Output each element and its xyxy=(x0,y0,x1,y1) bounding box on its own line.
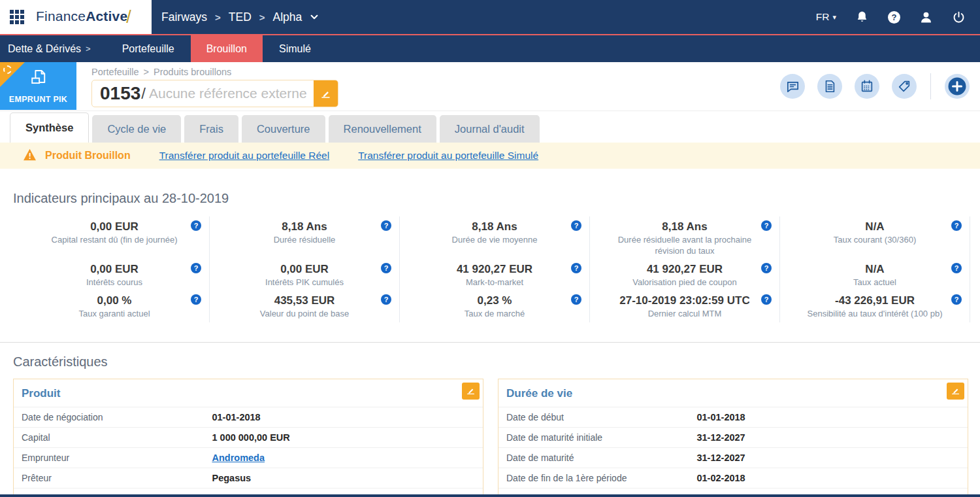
breadcrumb-separator: > xyxy=(144,67,149,77)
header-actions xyxy=(780,73,970,99)
nav-brouillon[interactable]: Brouillon xyxy=(191,35,263,62)
page-header: EMPRUNT PIK Portefeuille > Produits brou… xyxy=(0,62,980,111)
indicator-taux-courant: N/A Taux courant (30/360) ? xyxy=(780,216,970,260)
language-selector[interactable]: FR▾ xyxy=(816,11,836,23)
transfer-simulated-link[interactable]: Transférer produit au portefeuille Simul… xyxy=(358,150,538,162)
product-id: 0153 xyxy=(100,83,140,104)
help-icon[interactable]: ? xyxy=(191,220,201,231)
characteristic-row: Date de maturité 31-12-2027 xyxy=(498,447,968,468)
chevron-down-icon[interactable] xyxy=(310,12,319,22)
indicator-valeur-point-base: 435,53 EUR Valeur du point de base ? xyxy=(210,291,400,322)
help-icon[interactable]: ? xyxy=(381,294,391,305)
characteristic-row: Date de négociation 01-01-2018 xyxy=(14,407,483,427)
caret-down-icon: ▾ xyxy=(832,13,836,22)
power-icon[interactable] xyxy=(952,10,966,24)
indicator-taux-marche: 0,23 % Taux de marché ? xyxy=(400,291,590,322)
add-button[interactable] xyxy=(945,74,970,99)
transfer-real-link[interactable]: Transférer produit au portefeuille Réel xyxy=(159,150,329,162)
tab-journal-audit[interactable]: Journal d'audit xyxy=(440,115,540,143)
nav-dette-derives[interactable]: Dette & Dérivés> xyxy=(0,35,102,62)
nav-simule[interactable]: Simulé xyxy=(268,35,322,62)
draft-warning-bar: Produit Brouillon Transférer produit au … xyxy=(0,143,980,169)
tab-cycle-de-vie[interactable]: Cycle de vie xyxy=(92,115,181,143)
indicator-valorisation-pied-coupon: 41 920,27 EUR Valorisation pied de coupo… xyxy=(590,260,780,291)
borrower-link[interactable]: Andromeda xyxy=(212,453,265,463)
indicator-row: 0,00 EUR Intérêts courus ? 0,00 EUR Inté… xyxy=(20,260,970,291)
characteristics-panels: Produit Date de négociation 01-01-2018 C… xyxy=(13,379,968,497)
product-type-badge: EMPRUNT PIK xyxy=(0,62,76,110)
help-icon[interactable]: ? xyxy=(571,294,581,305)
tab-synthese[interactable]: Synthèse xyxy=(10,112,89,143)
help-icon[interactable]: ? xyxy=(191,263,201,273)
external-reference-placeholder: Aucune référence externe xyxy=(149,86,307,101)
warning-icon xyxy=(23,148,37,163)
indicator-sensibilite-taux: -43 226,91 EUR Sensibilité au taux d'int… xyxy=(780,291,970,322)
breadcrumb: Fairways > TED > Alpha xyxy=(161,0,319,34)
edit-lifetime-button[interactable] xyxy=(947,383,964,400)
tab-couverture[interactable]: Couverture xyxy=(242,115,325,143)
indicator-row: 0,00 % Taux garanti actuel ? 435,53 EUR … xyxy=(20,291,970,322)
badge-corner xyxy=(0,62,25,87)
breadcrumb-ted[interactable]: TED xyxy=(229,10,252,24)
indicator-row: 0,00 EUR Capital restant dû (fin de jour… xyxy=(20,216,970,260)
indicator-dernier-calcul-mtm: 27-10-2019 23:02:59 UTC Dernier calcul M… xyxy=(590,291,780,322)
indicator-duree-avant-revision: 8,18 Ans Durée résiduelle avant la proch… xyxy=(590,216,780,260)
logo-box: FinanceActive/ xyxy=(0,0,152,34)
indicator-mark-to-market: 41 920,27 EUR Mark-to-market ? xyxy=(400,260,590,291)
spinner-icon xyxy=(3,65,12,74)
breadcrumb-alpha[interactable]: Alpha xyxy=(273,10,302,24)
edit-reference-button[interactable] xyxy=(314,80,338,107)
indicator-duree-vie-moyenne: 8,18 Ans Durée de vie moyenne ? xyxy=(400,216,590,260)
help-icon[interactable]: ? xyxy=(951,294,962,305)
title-separator: / xyxy=(141,84,146,103)
help-icon[interactable]: ? xyxy=(381,263,391,273)
actions-divider xyxy=(930,73,931,99)
badge-label: EMPRUNT PIK xyxy=(9,95,67,104)
help-icon[interactable]: ? xyxy=(571,220,581,231)
chevron-right-icon: > xyxy=(86,44,91,54)
breadcrumb-fairways[interactable]: Fairways xyxy=(161,10,207,24)
bottom-bar xyxy=(0,494,980,497)
help-icon[interactable]: ? xyxy=(191,294,201,305)
help-icon[interactable]: ? xyxy=(761,263,772,273)
breadcrumb-separator: > xyxy=(259,12,265,23)
help-icon[interactable]: ? xyxy=(951,220,962,231)
comments-button[interactable] xyxy=(780,74,805,99)
panel-title: Produit xyxy=(14,379,483,407)
draft-product-label: Produit Brouillon xyxy=(45,150,131,162)
indicator-interets-pik: 0,00 EUR Intérêts PIK cumulés ? xyxy=(210,260,400,291)
copy-document-icon xyxy=(29,68,48,90)
indicator-capital-restant: 0,00 EUR Capital restant dû (fin de jour… xyxy=(20,216,210,260)
top-navbar: FinanceActive/ Fairways > TED > Alpha FR… xyxy=(0,0,980,34)
breadcrumb-portefeuille[interactable]: Portefeuille xyxy=(91,67,139,77)
tab-frais[interactable]: Frais xyxy=(184,115,238,143)
indicator-interets-courus: 0,00 EUR Intérêts courus ? xyxy=(20,260,210,291)
bell-icon[interactable] xyxy=(855,10,869,24)
help-icon[interactable]: ? xyxy=(571,263,581,273)
user-icon[interactable] xyxy=(919,10,933,24)
indicators-grid: 0,00 EUR Capital restant dû (fin de jour… xyxy=(20,216,970,322)
help-icon[interactable]: ? xyxy=(888,11,900,24)
module-navbar: Dette & Dérivés> Portefeuille Brouillon … xyxy=(0,35,980,62)
help-icon[interactable]: ? xyxy=(381,220,391,231)
indicators-section-title: Indicateurs principaux au 28-10-2019 xyxy=(13,191,980,206)
tab-bar: Synthèse Cycle de vie Frais Couverture R… xyxy=(0,111,980,143)
characteristic-row: Date de fin de la 1ère période 01-02-201… xyxy=(498,468,968,488)
apps-grid-icon[interactable] xyxy=(9,9,25,25)
tab-renouvellement[interactable]: Renouvellement xyxy=(329,115,436,143)
product-title-box: 0153 / Aucune référence externe xyxy=(91,80,338,107)
logo-slash: / xyxy=(126,7,131,27)
tag-button[interactable] xyxy=(892,74,917,99)
help-icon[interactable]: ? xyxy=(761,294,772,305)
help-icon[interactable]: ? xyxy=(951,263,962,273)
help-icon[interactable]: ? xyxy=(761,220,772,231)
indicator-taux-actuel: N/A Taux actuel ? xyxy=(780,260,970,291)
breadcrumb-produits-brouillons[interactable]: Produits brouillons xyxy=(154,67,231,77)
nav-portefeuille[interactable]: Portefeuille xyxy=(111,35,186,62)
calendar-button[interactable] xyxy=(855,74,879,99)
warning-left: Produit Brouillon xyxy=(23,148,131,163)
edit-product-button[interactable] xyxy=(462,383,480,400)
documents-button[interactable] xyxy=(817,74,842,99)
characteristic-row: Date de maturité initiale 31-12-2027 xyxy=(498,427,968,447)
brand-logo[interactable]: FinanceActive/ xyxy=(36,7,131,27)
